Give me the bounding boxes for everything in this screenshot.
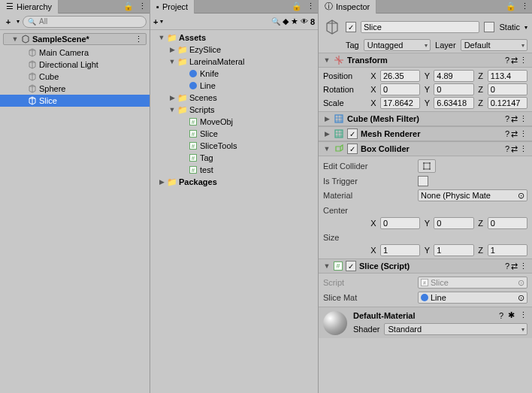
rot-z-field[interactable]: 0 (488, 83, 527, 95)
lock-icon[interactable]: 🔒 (505, 1, 517, 13)
inspector-tab[interactable]: ⓘ Inspector (319, 0, 376, 14)
boxcollider-header[interactable]: ▼ Box Collider ?⇄⋮ (319, 141, 532, 156)
filter-icon[interactable]: ◆ (283, 17, 289, 26)
size-x-field[interactable]: 1 (380, 244, 420, 256)
name-field[interactable]: Slice (361, 21, 479, 33)
preset-icon[interactable]: ⇄ (511, 114, 518, 124)
istrigger-checkbox[interactable] (418, 176, 428, 186)
preset-icon[interactable]: ⇄ (511, 56, 518, 65)
enabled-checkbox[interactable] (347, 144, 358, 154)
meshrenderer-header[interactable]: ▶ Mesh Renderer ?⇄⋮ (319, 126, 532, 141)
shader-dropdown[interactable]: Standard (384, 323, 527, 335)
lock-icon[interactable]: 🔒 (291, 1, 303, 13)
slicemat-field[interactable]: Line⊙ (418, 292, 527, 304)
folder-row[interactable]: ▶📁Scenes (150, 92, 318, 104)
project-tab[interactable]: ▪ Project (150, 0, 195, 14)
expand-icon[interactable]: ▼ (323, 145, 331, 153)
settings-icon[interactable]: ✱ (508, 310, 515, 320)
editcollider-button[interactable] (418, 159, 436, 173)
dropdown-icon[interactable]: ▾ (17, 18, 20, 25)
object-picker-icon[interactable]: ⊙ (518, 278, 524, 288)
create-button[interactable]: + (153, 17, 158, 26)
hierarchy-tab[interactable]: ☰ Hierarchy (0, 0, 59, 14)
help-icon[interactable]: ? (505, 56, 509, 65)
menu-icon[interactable]: ⋮ (519, 114, 527, 124)
tree-item[interactable]: Sphere (0, 83, 150, 95)
asset-row[interactable]: Line (150, 80, 318, 92)
preset-icon[interactable]: ⇄ (511, 129, 518, 139)
layer-dropdown[interactable]: Default (461, 39, 527, 51)
folder-row[interactable]: ▶📁EzySlice (150, 44, 318, 56)
menu-icon[interactable]: ⋮ (519, 56, 527, 65)
help-icon[interactable]: ? (499, 311, 503, 320)
dropdown-icon[interactable]: ▾ (160, 18, 163, 25)
menu-icon[interactable]: ⋮ (304, 1, 316, 13)
tree-item-selected[interactable]: Slice (0, 95, 150, 107)
meshfilter-header[interactable]: ▶ Cube (Mesh Filter) ?⇄⋮ (319, 111, 532, 126)
expand-icon[interactable]: ▼ (11, 35, 19, 43)
scene-row[interactable]: ▼ SampleScene* ⋮ (3, 33, 147, 45)
scale-x-field[interactable]: 17.8642 (380, 97, 420, 109)
active-checkbox[interactable] (346, 22, 356, 32)
expand-icon[interactable]: ▼ (158, 34, 165, 41)
tree-item[interactable]: Directional Light (0, 59, 150, 71)
expand-icon[interactable]: ▼ (323, 56, 331, 64)
search-icon[interactable]: 🔍 (271, 17, 280, 26)
menu-icon[interactable]: ⋮ (519, 310, 527, 320)
expand-icon[interactable]: ▼ (168, 58, 176, 65)
expand-icon[interactable]: ▶ (168, 46, 176, 53)
rot-x-field[interactable]: 0 (380, 83, 420, 95)
script-row[interactable]: #MoveObj (150, 116, 318, 128)
menu-icon[interactable]: ⋮ (519, 261, 527, 271)
static-dropdown-icon[interactable]: ▾ (524, 24, 527, 31)
menu-icon[interactable]: ⋮ (518, 1, 530, 13)
hierarchy-search[interactable]: 🔍 (23, 16, 147, 28)
folder-row[interactable]: ▼📁LareinaMateral (150, 56, 318, 68)
expand-icon[interactable]: ▶ (323, 130, 331, 138)
object-picker-icon[interactable]: ⊙ (518, 191, 524, 201)
tree-item[interactable]: Main Camera (0, 47, 150, 59)
enabled-checkbox[interactable] (346, 261, 356, 271)
preset-icon[interactable]: ⇄ (511, 261, 518, 271)
scale-z-field[interactable]: 0.12147 (488, 97, 527, 109)
create-button[interactable]: + (3, 17, 14, 26)
script-row[interactable]: #Slice (150, 128, 318, 140)
pos-x-field[interactable]: 26.35 (380, 70, 420, 82)
menu-icon[interactable]: ⋮ (136, 1, 148, 13)
asset-row[interactable]: Knife (150, 68, 318, 80)
rot-y-field[interactable]: 0 (434, 83, 473, 95)
object-picker-icon[interactable]: ⊙ (518, 293, 524, 303)
expand-icon[interactable]: ▼ (323, 262, 331, 270)
folder-row[interactable]: ▼📁Scripts (150, 104, 318, 116)
script-field[interactable]: #Slice⊙ (418, 277, 527, 289)
tag-dropdown[interactable]: Untagged (364, 39, 431, 51)
script-row[interactable]: #test (150, 164, 318, 176)
help-icon[interactable]: ? (505, 144, 509, 154)
expand-icon[interactable]: ▶ (158, 178, 165, 186)
transform-header[interactable]: ▼ Transform ?⇄⋮ (319, 53, 532, 68)
preset-icon[interactable]: ⇄ (511, 144, 518, 154)
expand-icon[interactable]: ▶ (168, 94, 176, 101)
script-header[interactable]: ▼ # Slice (Script) ?⇄⋮ (319, 258, 532, 274)
pos-y-field[interactable]: 4.89 (434, 70, 473, 82)
static-checkbox[interactable] (484, 22, 494, 32)
expand-icon[interactable]: ▶ (323, 115, 331, 122)
help-icon[interactable]: ? (505, 114, 509, 124)
material-header[interactable]: Default-Material ? ✱ ⋮ Shader Standard (319, 307, 532, 338)
help-icon[interactable]: ? (505, 129, 509, 139)
center-y-field[interactable]: 0 (434, 217, 473, 229)
help-icon[interactable]: ? (505, 261, 509, 271)
center-z-field[interactable]: 0 (488, 217, 527, 229)
center-x-field[interactable]: 0 (380, 217, 420, 229)
favorite-icon[interactable]: ★ (291, 17, 298, 26)
enabled-checkbox[interactable] (347, 128, 358, 139)
scene-menu-icon[interactable]: ⋮ (135, 35, 143, 44)
physic-material-field[interactable]: None (Physic Mate⊙ (418, 189, 527, 201)
expand-icon[interactable]: ▼ (168, 106, 176, 113)
menu-icon[interactable]: ⋮ (519, 129, 527, 139)
size-z-field[interactable]: 1 (488, 244, 527, 256)
lock-icon[interactable]: 🔒 (122, 1, 135, 13)
scale-y-field[interactable]: 6.63418 (434, 97, 473, 109)
menu-icon[interactable]: ⋮ (519, 144, 527, 154)
search-input[interactable] (39, 17, 141, 26)
